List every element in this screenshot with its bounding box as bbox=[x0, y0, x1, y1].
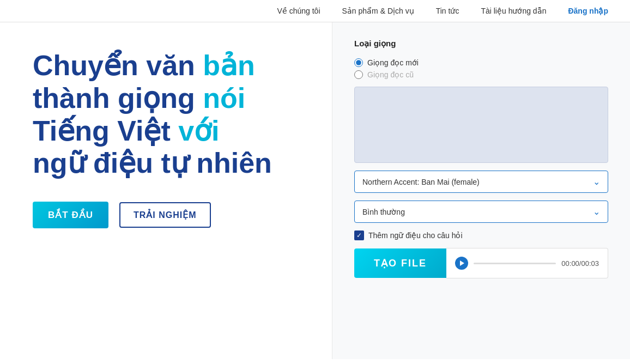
radio-old-voice[interactable]: Giọng đọc cũ bbox=[354, 70, 608, 79]
progress-track[interactable] bbox=[474, 263, 556, 264]
radio-old-voice-label: Giọng đọc cũ bbox=[367, 70, 414, 79]
audio-player: 00:00/00:03 bbox=[446, 248, 608, 278]
nav-products[interactable]: Sản phẩm & Dịch vụ bbox=[342, 7, 414, 15]
speed-select-value: Bình thường bbox=[362, 208, 405, 216]
hero-line4: ngữ điệu tự nhiên bbox=[33, 147, 272, 179]
bottom-row: TẠO FILE 00:00/00:03 bbox=[354, 248, 608, 278]
radio-old-voice-input[interactable] bbox=[354, 70, 363, 79]
radio-new-voice[interactable]: Giọng đọc mới bbox=[354, 58, 608, 67]
button-group: BẮT ĐẦU TRẢI NGHIỆM bbox=[33, 202, 305, 228]
speed-select[interactable]: Bình thường ⌄ bbox=[354, 201, 608, 223]
checkbox-row[interactable]: Thêm ngữ điệu cho câu hỏi bbox=[354, 230, 608, 240]
hero-title: Chuyển văn bản thành giọng nói Tiếng Việ… bbox=[33, 50, 305, 180]
left-panel: Chuyển văn bản thành giọng nói Tiếng Việ… bbox=[0, 22, 332, 359]
hero-line3-highlight: với bbox=[178, 115, 219, 147]
radio-new-voice-input[interactable] bbox=[354, 58, 363, 67]
voice-select[interactable]: Northern Accent: Ban Mai (female) ⌄ bbox=[354, 171, 608, 193]
play-button[interactable] bbox=[455, 257, 468, 270]
main-container: Chuyển văn bản thành giọng nói Tiếng Việ… bbox=[0, 22, 630, 359]
radio-group: Giọng đọc mới Giọng đọc cũ bbox=[354, 58, 608, 79]
right-panel: Loại giọng Giọng đọc mới Giọng đọc cũ No… bbox=[332, 22, 630, 359]
nav-docs[interactable]: Tài liệu hướng dẫn bbox=[481, 7, 546, 15]
hero-line2-normal: thành giọng bbox=[33, 82, 203, 114]
hero-line3-normal: Tiếng Việt bbox=[33, 115, 178, 147]
tao-file-button[interactable]: TẠO FILE bbox=[354, 248, 446, 278]
hero-line1-normal: Chuyển văn bbox=[33, 50, 203, 81]
radio-new-voice-label: Giọng đọc mới bbox=[367, 58, 419, 67]
voice-select-value: Northern Accent: Ban Mai (female) bbox=[362, 178, 480, 186]
chevron-down-icon: ⌄ bbox=[593, 177, 600, 187]
checkbox-label: Thêm ngữ điệu cho câu hỏi bbox=[368, 231, 463, 240]
checkbox-icon[interactable] bbox=[354, 230, 364, 240]
loai-giong-label: Loại giọng bbox=[354, 39, 608, 48]
trial-button[interactable]: TRẢI NGHIỆM bbox=[119, 202, 211, 228]
nav-login[interactable]: Đăng nhập bbox=[568, 7, 608, 15]
hero-line1-highlight: bản bbox=[203, 50, 255, 81]
text-input-area[interactable] bbox=[354, 87, 608, 163]
start-button[interactable]: BẮT ĐẦU bbox=[33, 202, 108, 228]
time-display: 00:00/00:03 bbox=[561, 259, 599, 268]
chevron-down-icon-speed: ⌄ bbox=[593, 207, 600, 217]
nav-news[interactable]: Tin tức bbox=[436, 7, 459, 15]
navbar: Về chúng tôi Sản phẩm & Dịch vụ Tin tức … bbox=[0, 0, 630, 22]
nav-about[interactable]: Về chúng tôi bbox=[277, 7, 320, 15]
hero-line2-highlight: nói bbox=[203, 82, 245, 114]
